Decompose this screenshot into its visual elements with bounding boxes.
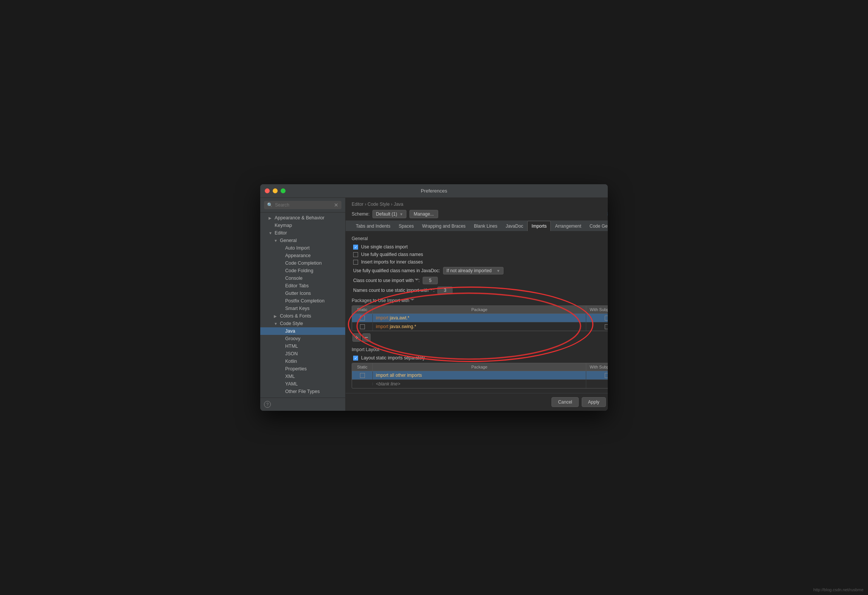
sidebar-item-label: Appearance (285, 253, 310, 258)
sidebar-item-keymap[interactable]: Keymap (260, 222, 345, 229)
sidebar-item-label: Console (285, 276, 303, 281)
sidebar-item-editor[interactable]: ▼ Editor (260, 229, 345, 237)
maximize-button[interactable] (281, 188, 286, 193)
sidebar-item-yaml[interactable]: YAML (260, 380, 345, 388)
scheme-row: Scheme: Default (1) ▼ Manage... Set from… (352, 210, 608, 218)
javadoc-dropdown[interactable]: If not already imported ▼ (443, 267, 504, 274)
tab-javadoc[interactable]: JavaDoc (502, 221, 528, 231)
lrow1-subpkg-checkbox[interactable] (605, 373, 608, 378)
sidebar-item-console[interactable]: Console (260, 274, 345, 282)
row1-subpkg-checkbox[interactable] (605, 316, 608, 321)
row2-static-checkbox[interactable] (360, 324, 365, 329)
import-layout-title: Import Layout (352, 347, 608, 352)
fully-qualified-checkbox[interactable] (353, 252, 358, 257)
cancel-button[interactable]: Cancel (551, 397, 578, 407)
sidebar-item-code-style[interactable]: ▼ Code Style (260, 320, 345, 327)
sidebar-item-xml[interactable]: XML (260, 373, 345, 380)
layout-row-1[interactable]: import all other imports (352, 371, 608, 380)
scheme-dropdown[interactable]: Default (1) ▼ (372, 210, 406, 218)
sidebar-item-groovy[interactable]: Groovy (260, 335, 345, 342)
sidebar-item-java[interactable]: Java (260, 327, 345, 335)
sidebar-item-kotlin[interactable]: Kotlin (260, 358, 345, 365)
sidebar-item-smart-keys[interactable]: Smart Keys (260, 305, 345, 312)
arrow-icon: ▶ (274, 314, 278, 318)
close-button[interactable] (265, 188, 270, 193)
names-count-input[interactable] (437, 287, 453, 294)
window-body: 🔍 ✕ ▶ Appearance & Behavior Keymap (260, 198, 608, 411)
tab-tabs-indents[interactable]: Tabs and Indents (352, 221, 394, 231)
search-icon: 🔍 (267, 202, 273, 208)
sidebar-tree: ▶ Appearance & Behavior Keymap ▼ Editor … (260, 213, 345, 398)
tab-spaces[interactable]: Spaces (394, 221, 418, 231)
window-controls (265, 188, 286, 193)
fully-qualified-label: Use fully qualified class names (361, 252, 423, 257)
manage-button[interactable]: Manage... (409, 210, 438, 218)
checkbox-inner-classes: Insert imports for inner classes (352, 259, 608, 265)
javadoc-value: If not already imported (446, 268, 491, 273)
search-input[interactable] (275, 202, 332, 208)
inner-classes-checkbox[interactable] (353, 260, 358, 265)
checkbox-single-class: Use single class import (352, 244, 608, 250)
general-section-title: General (352, 236, 608, 241)
single-class-checkbox[interactable] (353, 245, 358, 250)
sidebar-item-auto-import[interactable]: Auto Import (260, 244, 345, 252)
sidebar-item-label: HTML (285, 344, 298, 349)
tab-imports[interactable]: Imports (527, 221, 551, 231)
td-subpkg-2 (586, 323, 608, 331)
packages-row-1[interactable]: import java.awt.* (352, 314, 608, 322)
td-package-1: import java.awt.* (373, 314, 586, 322)
row1-static-checkbox[interactable] (360, 316, 365, 321)
arrow-icon: ▼ (269, 231, 273, 235)
sidebar-item-appearance-behavior[interactable]: ▶ Appearance & Behavior (260, 214, 345, 222)
lrow1-static-checkbox[interactable] (360, 373, 365, 378)
table-actions: + − (352, 333, 608, 342)
layout-static-checkbox[interactable] (353, 356, 358, 361)
arrow-icon: ▶ (269, 216, 273, 220)
tab-arrangement[interactable]: Arrangement (551, 221, 585, 231)
th-static: Static (352, 306, 373, 313)
tab-blank-lines[interactable]: Blank Lines (470, 221, 502, 231)
sidebar: 🔍 ✕ ▶ Appearance & Behavior Keymap (260, 198, 346, 411)
sidebar-item-code-completion[interactable]: Code Completion (260, 259, 345, 267)
td-package-2: import javax.swing.* (373, 322, 586, 331)
sidebar-item-gutter-icons[interactable]: Gutter Icons (260, 290, 345, 297)
class-count-label: Class count to use import with '*': (353, 278, 420, 283)
sidebar-item-appearance[interactable]: Appearance (260, 252, 345, 259)
class-count-input[interactable] (423, 277, 438, 284)
clear-search-icon[interactable]: ✕ (334, 202, 338, 208)
sidebar-item-label: JSON (285, 351, 298, 356)
url-bar: http://blog.csdn.net/rusbme (813, 587, 863, 592)
sidebar-item-editor-tabs[interactable]: Editor Tabs (260, 282, 345, 290)
packages-table: Static Package With Subpackages import j… (352, 305, 608, 331)
layout-static-row: Layout static imports separately (352, 355, 608, 361)
add-package-button[interactable]: + (352, 333, 361, 342)
tab-wrapping-braces[interactable]: Wrapping and Braces (418, 221, 470, 231)
sidebar-item-html[interactable]: HTML (260, 342, 345, 350)
remove-package-button[interactable]: − (362, 333, 371, 342)
packages-title: Packages to Use Import with '*' (352, 298, 608, 303)
apply-button[interactable]: Apply (582, 397, 606, 407)
sidebar-item-code-folding[interactable]: Code Folding (260, 267, 345, 274)
packages-row-2[interactable]: import javax.swing.* (352, 322, 608, 331)
sidebar-item-colors-fonts[interactable]: ▶ Colors & Fonts (260, 312, 345, 320)
arrow-icon: ▼ (274, 239, 278, 243)
sidebar-item-postfix-completion[interactable]: Postfix Completion (260, 297, 345, 305)
th-subpackages: With Subpackages (586, 306, 608, 313)
sidebar-item-json[interactable]: JSON (260, 350, 345, 358)
th-package: Package (373, 306, 586, 313)
layout-static-label: Layout static imports separately (361, 355, 425, 361)
row2-subpkg-checkbox[interactable] (605, 324, 608, 329)
set-from-link[interactable]: Set from... (607, 211, 608, 217)
sidebar-item-general[interactable]: ▼ General (260, 237, 345, 244)
sidebar-item-other-file-types[interactable]: Other File Types (260, 388, 345, 395)
tab-code-generation[interactable]: Code Generation (585, 221, 608, 231)
sidebar-item-label: Colors & Fonts (280, 313, 311, 319)
panel-header: Editor › Code Style › Java Scheme: Defau… (346, 198, 608, 221)
sidebar-item-properties[interactable]: Properties (260, 365, 345, 373)
help-button[interactable]: ? (264, 401, 271, 408)
layout-row-2[interactable]: <blank line> (352, 380, 608, 388)
minimize-button[interactable] (273, 188, 278, 193)
arrow-icon: ▼ (274, 322, 278, 326)
sidebar-item-label: XML (285, 374, 295, 379)
td-static-1 (352, 314, 373, 322)
